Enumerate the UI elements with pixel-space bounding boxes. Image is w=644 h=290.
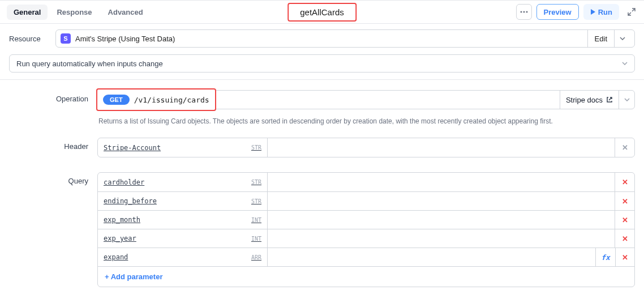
header-row: Stripe-Account STR ✕	[98, 138, 634, 157]
operation-label: Operation	[9, 90, 88, 103]
query-key[interactable]: expand ARR	[98, 248, 268, 266]
query-key[interactable]: exp_month INT	[98, 211, 268, 229]
query-key-text: exp_month	[104, 216, 140, 224]
run-label: Run	[598, 8, 612, 16]
title-container: getAllCards	[287, 3, 357, 22]
close-icon: ✕	[622, 143, 628, 152]
remove-query-button[interactable]: ✕	[615, 192, 634, 210]
resource-label: Resource	[9, 35, 50, 43]
docs-label: Stripe docs	[566, 96, 603, 104]
header-type: STR	[251, 144, 261, 151]
query-key-text: cardholder	[104, 178, 144, 186]
close-icon: ✕	[622, 234, 628, 243]
fx-icon: fx	[601, 253, 610, 262]
resource-dropdown-toggle[interactable]	[614, 30, 630, 47]
header-table: Stripe-Account STR ✕	[97, 138, 635, 157]
remove-header-button[interactable]: ✕	[615, 138, 634, 157]
run-mode-select[interactable]: Run query automatically when inputs chan…	[9, 54, 635, 72]
header-value-input[interactable]	[268, 138, 615, 157]
query-value-input[interactable]	[268, 248, 596, 266]
top-bar: General Response Advanced getAllCards Pr…	[0, 0, 644, 24]
run-button[interactable]: Run	[583, 4, 619, 20]
fx-button[interactable]: fx	[596, 248, 615, 266]
resource-name: Amit's Stripe (Using Test Data)	[75, 35, 583, 43]
query-key-text: ending_before	[104, 197, 157, 205]
docs-link[interactable]: Stripe docs	[560, 91, 619, 109]
method-pill: GET	[103, 95, 130, 105]
query-row: exp_year INT ✕	[98, 229, 634, 248]
close-icon: ✕	[622, 197, 628, 206]
add-parameter-button[interactable]: + Add parameter	[98, 266, 634, 287]
config-grid: Operation GET /v1/issuing/cards Stripe d…	[9, 90, 635, 287]
svg-point-0	[520, 11, 522, 13]
tab-group: General Response Advanced	[7, 5, 150, 20]
query-title-input[interactable]: getAllCards	[287, 3, 357, 22]
more-button[interactable]	[516, 4, 532, 20]
svg-point-1	[523, 11, 525, 13]
query-value-input[interactable]	[268, 229, 615, 248]
query-key[interactable]: ending_before STR	[98, 192, 268, 210]
close-icon: ✕	[622, 216, 628, 224]
expand-icon	[628, 8, 636, 16]
query-key[interactable]: cardholder STR	[98, 173, 268, 191]
query-key-text: exp_year	[104, 234, 136, 242]
preview-button[interactable]: Preview	[536, 4, 579, 20]
remove-query-button[interactable]: ✕	[615, 229, 634, 248]
header-key[interactable]: Stripe-Account STR	[98, 138, 268, 157]
stripe-icon: S	[61, 33, 71, 44]
edit-segment: Edit	[587, 30, 630, 47]
query-type: STR	[251, 179, 261, 185]
operation-path: /v1/issuing/cards	[134, 96, 209, 104]
operation-select[interactable]: GET /v1/issuing/cards Stripe docs	[97, 90, 635, 109]
play-icon	[590, 9, 596, 15]
tab-response[interactable]: Response	[50, 5, 98, 20]
query-type: STR	[251, 198, 261, 204]
more-icon	[520, 11, 528, 13]
remove-query-button[interactable]: ✕	[615, 173, 634, 191]
query-key[interactable]: exp_year INT	[98, 229, 268, 248]
remove-query-button[interactable]: ✕	[615, 211, 634, 229]
query-value-input[interactable]	[268, 192, 615, 210]
right-controls: Preview Run	[516, 4, 637, 20]
chevron-down-icon	[620, 37, 625, 40]
query-label: Query	[9, 172, 88, 185]
query-row: cardholder STR ✕	[98, 173, 634, 191]
operation-description: Returns a list of Issuing Card objects. …	[97, 114, 635, 133]
close-icon: ✕	[622, 253, 628, 262]
header-label: Header	[9, 138, 88, 151]
header-key-text: Stripe-Account	[104, 144, 161, 152]
divider	[0, 79, 644, 80]
body-area: Resource S Amit's Stripe (Using Test Dat…	[0, 24, 644, 290]
tab-general[interactable]: General	[7, 5, 48, 20]
operation-highlight: GET /v1/issuing/cards	[96, 88, 216, 111]
query-table: cardholder STR ✕ ending_before STR ✕ exp…	[97, 172, 635, 287]
query-row: ending_before STR ✕	[98, 191, 634, 210]
query-value-input[interactable]	[268, 211, 615, 229]
fullscreen-button[interactable]	[626, 6, 637, 18]
resource-select[interactable]: S Amit's Stripe (Using Test Data) Edit	[55, 29, 635, 48]
query-row: exp_month INT ✕	[98, 210, 634, 229]
edit-button[interactable]: Edit	[588, 35, 614, 43]
query-value-input[interactable]	[268, 173, 615, 191]
svg-point-2	[526, 11, 527, 13]
chevron-down-icon	[624, 98, 630, 101]
remove-query-button[interactable]: ✕	[615, 248, 634, 266]
external-link-icon	[606, 96, 613, 103]
chevron-down-icon	[622, 62, 628, 65]
run-mode-label: Run query automatically when inputs chan…	[16, 59, 163, 68]
query-key-text: expand	[104, 253, 128, 261]
query-type: ARR	[251, 254, 261, 261]
operation-dropdown-toggle[interactable]	[619, 91, 634, 109]
query-type: INT	[251, 236, 261, 242]
close-icon: ✕	[622, 178, 628, 186]
query-type: INT	[251, 217, 261, 223]
tab-advanced[interactable]: Advanced	[101, 5, 150, 20]
resource-row: Resource S Amit's Stripe (Using Test Dat…	[9, 29, 635, 48]
query-row: expand ARR fx ✕	[98, 248, 634, 266]
